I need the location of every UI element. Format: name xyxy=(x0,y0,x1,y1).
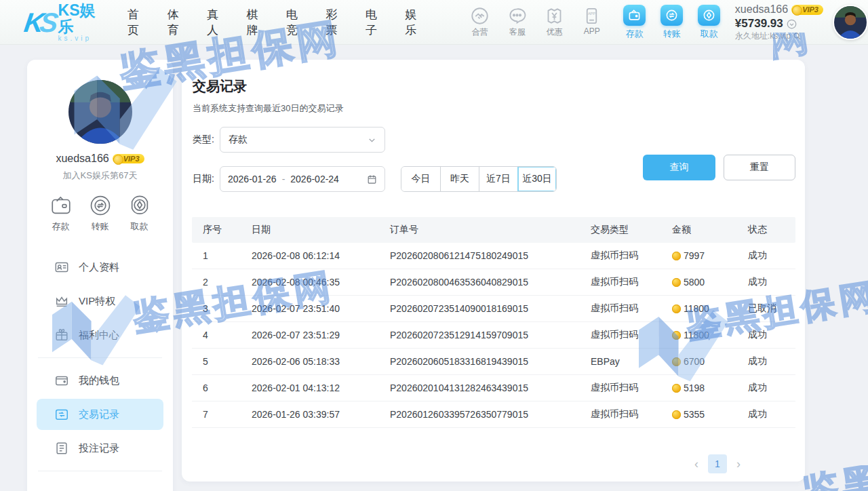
nav-item[interactable]: 棋牌 xyxy=(246,7,267,38)
sidebar-deposit-button[interactable]: 存款 xyxy=(50,194,73,233)
sidebar-vip-badge: VIP3 xyxy=(113,154,144,163)
cell-date: 2026-01-26 03:39:57 xyxy=(252,409,390,420)
type-select-value: 存款 xyxy=(229,134,248,146)
prev-page-icon[interactable]: ‹ xyxy=(694,458,698,470)
cell-amount: 11800 xyxy=(684,303,709,314)
transfer-outline-icon xyxy=(89,194,112,217)
table-row: 4 2026-02-07 23:51:29 P20260207235129141… xyxy=(192,322,795,349)
cell-type: 虚拟币扫码 xyxy=(591,250,672,262)
calendar-icon xyxy=(367,174,377,184)
nav-item[interactable]: 娱乐 xyxy=(405,7,426,38)
sidebar-menu: 个人资料 VIP特权 福利中心 我的钱包 交易记录 投注记录 xyxy=(27,252,173,491)
date-from: 2026-01-26 xyxy=(228,174,277,184)
main-nav: 首页体育真人棋牌电竞彩票电子娱乐 xyxy=(127,7,427,38)
sidebar-item-bets[interactable]: 投注记录 xyxy=(37,433,163,464)
cell-no: 6 xyxy=(203,382,252,393)
brand-logo[interactable]: KS KS娱乐 ks.vip xyxy=(24,2,107,42)
sidebar-withdraw-button[interactable]: 取款 xyxy=(128,194,151,233)
sidebar-item-more[interactable] xyxy=(37,485,163,491)
main-content: 交易记录 当前系统支持查询最近30日的交易记录 类型: 存款 日期: 2026-… xyxy=(182,60,805,482)
cell-no: 5 xyxy=(203,356,252,367)
sidebar-deposit-label: 存款 xyxy=(52,220,70,233)
sidebar-transfer-button[interactable]: 转账 xyxy=(89,194,112,233)
query-button[interactable]: 查询 xyxy=(643,155,715,180)
cell-order: P2026020723512914159709015 xyxy=(390,330,591,340)
cell-status: 成功 xyxy=(748,408,795,420)
transfer-arrows-icon xyxy=(665,9,678,22)
cell-type: EBPay xyxy=(591,356,672,367)
username: xuedsa166 xyxy=(735,3,788,16)
magnifier-icon[interactable] xyxy=(793,32,802,41)
cell-date: 2026-02-08 06:12:14 xyxy=(252,250,390,261)
sidebar-item-label: 福利中心 xyxy=(79,329,119,342)
avatar[interactable] xyxy=(833,5,868,40)
cell-status: 成功 xyxy=(748,355,795,368)
cell-no: 2 xyxy=(203,277,252,288)
support-label: 客服 xyxy=(509,26,526,38)
deposit-button[interactable]: 存款 xyxy=(621,5,648,40)
nav-item[interactable]: 彩票 xyxy=(326,7,347,38)
type-label: 类型: xyxy=(193,134,220,146)
transfer-label: 转账 xyxy=(663,28,681,40)
join-days-text: 加入KS娱乐第67天 xyxy=(27,170,173,182)
sidebar-avatar[interactable] xyxy=(68,80,132,144)
cell-amount: 5355 xyxy=(684,409,705,420)
page-subtitle: 当前系统支持查询最近30日的交易记录 xyxy=(193,102,805,115)
sidebar-item-profile[interactable]: 个人资料 xyxy=(37,252,163,283)
sidebar-item-wallet[interactable]: 我的钱包 xyxy=(37,365,163,396)
col-date: 日期 xyxy=(252,224,390,236)
cell-order: P2026020104131282463439015 xyxy=(390,382,591,393)
id-card-icon xyxy=(54,260,69,275)
support-button[interactable]: 客服 xyxy=(503,7,532,38)
app-label: APP xyxy=(584,26,600,36)
withdraw-label: 取款 xyxy=(701,28,718,40)
quick-date-button[interactable]: 近7日 xyxy=(479,167,517,191)
partner-button[interactable]: 合营 xyxy=(466,7,494,38)
withdraw-button[interactable]: 取款 xyxy=(696,5,723,40)
quick-date-button[interactable]: 昨天 xyxy=(440,167,479,191)
sidebar-item-label: 个人资料 xyxy=(79,261,119,274)
promo-label: 优惠 xyxy=(547,26,563,38)
vip-badge: VIP3 xyxy=(791,5,823,16)
nav-item[interactable]: 电竞 xyxy=(286,7,307,38)
reset-button[interactable]: 重置 xyxy=(724,155,795,180)
page-number[interactable]: 1 xyxy=(708,454,727,473)
quick-date-group: 今日昨天近7日近30日 xyxy=(401,166,557,192)
coin-icon xyxy=(672,384,681,393)
cell-type: 虚拟币扫码 xyxy=(591,302,672,315)
sidebar-item-welfare[interactable]: 福利中心 xyxy=(37,319,163,351)
chat-bubble-icon xyxy=(508,7,526,25)
coin-icon xyxy=(672,305,681,313)
sidebar-withdraw-label: 取款 xyxy=(131,220,149,233)
deposit-label: 存款 xyxy=(626,28,644,40)
sidebar-item-label: VIP特权 xyxy=(79,295,115,308)
nav-item[interactable]: 体育 xyxy=(167,7,188,38)
yuan-badge-icon xyxy=(545,7,564,25)
quick-date-button[interactable]: 今日 xyxy=(401,167,440,191)
nav-item[interactable]: 首页 xyxy=(127,7,149,38)
cell-status: 成功 xyxy=(748,382,795,394)
transfer-button[interactable]: 转账 xyxy=(658,5,686,40)
brand-domain: ks.vip xyxy=(58,35,107,42)
date-to: 2026-02-24 xyxy=(290,174,339,184)
cell-order: P2026012603395726350779015 xyxy=(390,409,591,420)
brand-name: KS娱乐 xyxy=(58,2,107,35)
sidebar-item-label: 投注记录 xyxy=(79,442,119,455)
nav-item[interactable]: 真人 xyxy=(207,7,228,38)
type-select[interactable]: 存款 xyxy=(220,127,385,153)
balance-refresh-icon[interactable] xyxy=(787,19,797,29)
next-page-icon[interactable]: › xyxy=(736,458,741,470)
promo-button[interactable]: 优惠 xyxy=(540,7,569,38)
cell-no: 4 xyxy=(203,330,252,340)
sidebar-item-transactions[interactable]: 交易记录 xyxy=(37,399,163,430)
permanent-address: 永久地址:ks.vip xyxy=(735,31,791,41)
nav-item[interactable]: 电子 xyxy=(366,7,387,38)
cell-date: 2026-02-06 05:18:33 xyxy=(252,356,390,367)
date-range-input[interactable]: 2026-01-26 - 2026-02-24 xyxy=(220,166,385,192)
sidebar-item-vip[interactable]: VIP特权 xyxy=(37,286,163,317)
quick-date-button[interactable]: 近30日 xyxy=(517,167,556,191)
wallet-icon xyxy=(54,373,69,388)
app-button[interactable]: APP APP xyxy=(578,7,606,38)
cell-date: 2026-02-07 23:51:29 xyxy=(252,330,390,340)
cell-amount: 5800 xyxy=(684,277,705,288)
